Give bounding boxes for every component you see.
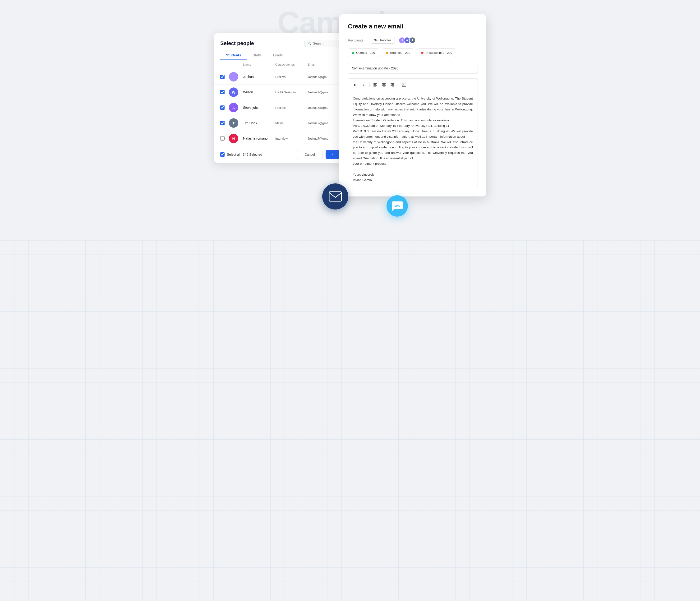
toolbar-divider-2 xyxy=(398,82,398,87)
stat-label: Bounced - 280 xyxy=(390,51,410,54)
stat-opened: Opened - 280 xyxy=(348,48,379,57)
confirm-button[interactable]: ✓ xyxy=(326,150,340,159)
avatar: S xyxy=(229,103,238,112)
svg-text:SMS: SMS xyxy=(394,204,400,207)
tab-leads[interactable]: Leads xyxy=(267,51,289,60)
avatar: N xyxy=(229,134,238,143)
svg-rect-2 xyxy=(373,85,377,85)
person-class: Mains xyxy=(275,121,307,125)
avatar: W xyxy=(229,87,238,97)
stat-bounced: Bounced - 280 xyxy=(382,48,415,57)
person-name: Joshua xyxy=(243,75,275,79)
avatar: T xyxy=(229,118,238,128)
bg-grid xyxy=(0,240,700,601)
email-compose-panel: Create a new email Recipients 345 People… xyxy=(339,14,486,197)
bold-button[interactable]: B xyxy=(351,81,359,89)
person-class: Ux Ui Designing xyxy=(275,90,307,94)
tab-staffs[interactable]: Staffs xyxy=(247,51,267,60)
person-name: Tim Cook xyxy=(243,121,275,125)
svg-rect-11 xyxy=(392,86,394,86)
person-class: Interview xyxy=(275,137,307,140)
person-checkbox-1[interactable] xyxy=(220,75,225,79)
person-email: Joshua7@gma xyxy=(307,121,340,125)
select-all-area: Select all 345 Selected xyxy=(220,152,262,157)
recipients-label: Recipients xyxy=(348,38,367,42)
select-people-panel: Select people 🔍 Students Staffs Leads Na… xyxy=(214,33,346,163)
stat-unsubscribed: Unsubscribed - 280 xyxy=(417,48,456,57)
svg-rect-14 xyxy=(329,192,342,201)
search-input[interactable] xyxy=(313,42,337,45)
red-dot xyxy=(421,52,424,54)
col-class: Class/batches xyxy=(275,63,307,67)
align-center-button[interactable] xyxy=(380,81,388,89)
recipients-badge[interactable]: 345 Peoples xyxy=(371,37,395,44)
email-icon-circle xyxy=(322,183,348,209)
recipients-row: Recipients 345 Peoples JWT xyxy=(348,37,478,44)
col-email: Email xyxy=(307,63,340,67)
person-checkbox-2[interactable] xyxy=(220,90,225,94)
align-right-button[interactable] xyxy=(389,81,396,89)
green-dot xyxy=(352,52,354,54)
svg-rect-1 xyxy=(373,84,376,85)
panel-footer: Select all 345 Selected Cancel ✓ xyxy=(214,146,346,163)
select-all-checkbox[interactable] xyxy=(220,152,225,157)
footer-buttons: Cancel ✓ xyxy=(297,150,340,159)
table-row: S Steve jobs Prelims Joshua7@gma xyxy=(214,100,346,115)
table-row: T Tim Cook Mains Joshua7@gma xyxy=(214,115,346,131)
person-checkbox-5[interactable] xyxy=(220,136,225,140)
svg-rect-4 xyxy=(382,83,386,84)
avatar-stack: JWT xyxy=(399,37,416,44)
person-checkbox-4[interactable] xyxy=(220,121,225,125)
avatar-stack-item: T xyxy=(409,37,416,44)
table-header: Name Class/batches Email xyxy=(214,60,346,69)
avatar: J xyxy=(229,72,238,81)
col-name: Name xyxy=(243,63,275,67)
cancel-button[interactable]: Cancel xyxy=(297,150,323,159)
stats-row: Opened - 280 Bounced - 280 Unsubscribed … xyxy=(348,48,478,57)
person-checkbox-3[interactable] xyxy=(220,105,225,110)
stat-label: Opened - 280 xyxy=(356,51,375,54)
person-email: Joshua7@gma xyxy=(307,137,340,140)
search-box[interactable]: 🔍 xyxy=(304,40,340,47)
person-name: Natasha romanoff xyxy=(243,136,275,140)
editor-toolbar: B I xyxy=(348,78,478,91)
table-row: N Natasha romanoff Interview Joshua7@gma xyxy=(214,131,346,146)
person-name: Wilson xyxy=(243,90,275,94)
person-email: Joshua7@gm xyxy=(307,75,340,79)
panel-title: Select people xyxy=(220,40,254,47)
person-class: Prelims xyxy=(275,106,307,109)
select-all-label: Select all xyxy=(227,153,241,156)
table-row: J Joshua Prelims Joshua7@gm xyxy=(214,69,346,85)
italic-button[interactable]: I xyxy=(360,81,368,89)
svg-rect-7 xyxy=(383,86,385,86)
align-left-button[interactable] xyxy=(372,81,379,89)
person-name: Steve jobs xyxy=(243,106,275,109)
svg-rect-8 xyxy=(391,83,394,84)
svg-rect-0 xyxy=(373,83,377,84)
yellow-dot xyxy=(386,52,389,54)
person-email: Joshua7@gma xyxy=(307,90,340,94)
search-icon: 🔍 xyxy=(307,42,311,45)
svg-rect-5 xyxy=(382,84,385,85)
email-body[interactable]: Congratulations on accepting a place at … xyxy=(348,91,478,188)
image-button[interactable] xyxy=(400,81,408,89)
person-class: Prelims xyxy=(275,75,307,79)
sms-icon-circle: SMS xyxy=(386,195,408,217)
people-list: J Joshua Prelims Joshua7@gm W Wilson Ux … xyxy=(214,69,346,146)
tab-students[interactable]: Students xyxy=(220,51,247,60)
svg-rect-3 xyxy=(373,86,376,86)
subject-input[interactable] xyxy=(348,63,478,74)
email-title: Create a new email xyxy=(348,23,478,30)
table-row: W Wilson Ux Ui Designing Joshua7@gma xyxy=(214,85,346,100)
svg-rect-10 xyxy=(391,85,394,85)
selected-count: 345 Selected xyxy=(243,153,262,156)
stat-label: Unsubscribed - 280 xyxy=(425,51,452,54)
panel-header: Select people 🔍 xyxy=(214,40,346,51)
svg-rect-6 xyxy=(382,85,386,85)
person-email: Joshua7@gma xyxy=(307,106,340,109)
tabs: Students Staffs Leads xyxy=(214,51,346,60)
svg-rect-9 xyxy=(392,84,394,85)
